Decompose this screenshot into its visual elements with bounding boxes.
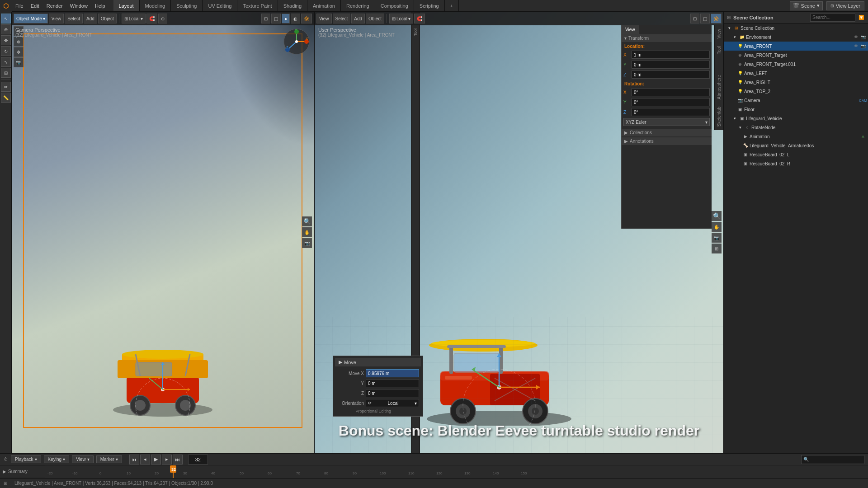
xray-btn[interactable]: ◫: [271, 14, 281, 23]
vp-r-select-btn[interactable]: Select: [333, 14, 351, 23]
rotation-y-input[interactable]: 0°: [632, 98, 710, 106]
workspace-rendering[interactable]: Rendering: [341, 0, 375, 11]
viewport-left[interactable]: Object Mode ▾ View Select Add Object ⊞ L…: [12, 12, 315, 453]
tool-annotate[interactable]: ✏: [1, 82, 11, 92]
viewport-overlay-btn[interactable]: ⊡: [261, 14, 270, 23]
outliner-rb02r[interactable]: ▣ RescueBoard_02_R: [724, 159, 868, 168]
env-render-icon[interactable]: 📷: [860, 34, 866, 40]
rendered-r-btn[interactable]: 🔆: [711, 14, 722, 23]
workspace-shading[interactable]: Shading: [278, 0, 307, 11]
move-y-input[interactable]: 0 m: [366, 379, 419, 387]
outliner-area-left[interactable]: 💡 Area_LEFT: [724, 69, 868, 78]
tool-scale[interactable]: ⤡: [1, 57, 11, 67]
menu-help[interactable]: Help: [91, 0, 109, 11]
workspace-compositing[interactable]: Compositing: [375, 0, 414, 11]
pan-r-icon[interactable]: ✋: [712, 222, 722, 232]
orientation-btn[interactable]: ⊞ Local ▾: [122, 14, 146, 23]
view-layer-btn[interactable]: ⊞ View Layer: [826, 1, 864, 10]
menu-file[interactable]: File: [12, 0, 27, 11]
outliner-rb02l[interactable]: ▣ RescueBoard_02_L: [724, 150, 868, 159]
vp-tool-move[interactable]: ✥: [14, 47, 24, 57]
orientation-dropdown[interactable]: ⟳ Local ▾: [366, 399, 419, 407]
workspace-layout[interactable]: Layout: [113, 0, 140, 11]
orientation-r-btn[interactable]: ⊞ Local ▾: [389, 14, 413, 23]
cam-type-icon[interactable]: CAM: [860, 97, 866, 103]
workspace-modeling[interactable]: Modeling: [140, 0, 171, 11]
vp-r-add-btn[interactable]: Add: [351, 14, 365, 23]
timeline-search[interactable]: [801, 455, 864, 464]
tool-transform[interactable]: ⊞: [1, 68, 11, 78]
timeline-icon[interactable]: ⏱: [4, 457, 8, 462]
outliner-rb03l[interactable]: ▣ RescueBoard_03_L: [724, 168, 868, 170]
timeline-view-btn[interactable]: View ▾: [72, 455, 94, 463]
outliner-area-right[interactable]: 💡 Area_RIGHT: [724, 78, 868, 87]
left-tool-tab[interactable]: Tool: [412, 26, 419, 39]
tool-rotate[interactable]: ↻: [1, 46, 11, 56]
outliner-aft001[interactable]: ⊕ Area_FRONT_Target.001: [724, 60, 868, 69]
outliner-floor[interactable]: ▣ Floor: [724, 105, 868, 114]
workspace-uv-editing[interactable]: UV Editing: [203, 0, 237, 11]
move-x-input[interactable]: 0.95976 m: [366, 369, 419, 377]
scene-selector[interactable]: 🎬 Scene ▾: [790, 1, 823, 10]
menu-window[interactable]: Window: [66, 0, 91, 11]
snap-btn[interactable]: 🧲: [146, 14, 157, 23]
tool-cursor[interactable]: ⊕: [1, 24, 11, 34]
keying-btn[interactable]: Keying ▾: [44, 455, 70, 463]
view-side-tab[interactable]: View: [715, 25, 723, 42]
vp-select-btn[interactable]: Select: [65, 14, 83, 23]
rotation-z-input[interactable]: 0°: [632, 108, 710, 116]
tool-measure[interactable]: 📏: [1, 93, 11, 103]
vp-tool-cursor[interactable]: ⊕: [14, 37, 24, 47]
tool-move[interactable]: ✥: [1, 35, 11, 45]
next-frame-btn[interactable]: ▸: [162, 455, 172, 465]
solid-shading-btn[interactable]: ●: [282, 14, 290, 23]
workspace-sculpting[interactable]: Sculpting: [171, 0, 203, 11]
workspace-add[interactable]: +: [445, 0, 459, 11]
outliner-animation[interactable]: ▶ Animation A: [724, 132, 868, 141]
transform-section-header[interactable]: ▾Transform: [622, 34, 712, 42]
outliner-aft[interactable]: ⊕ Area_FRONT_Target: [724, 51, 868, 60]
af-render-icon[interactable]: 📷: [860, 43, 866, 49]
vp-r-object-btn[interactable]: Object: [366, 14, 384, 23]
jump-end-btn[interactable]: ⏭: [173, 455, 183, 465]
camera-r-icon[interactable]: 📷: [712, 233, 722, 243]
workspace-texture-paint[interactable]: Texture Paint: [237, 0, 278, 11]
vp-r-view-btn[interactable]: View: [316, 14, 332, 23]
workspace-scripting[interactable]: Scripting: [414, 0, 445, 11]
viewport-left-gizmo[interactable]: X Y Z: [283, 28, 310, 55]
blender-logo[interactable]: ⬡: [0, 0, 12, 12]
playback-btn[interactable]: Playback ▾: [11, 455, 41, 463]
outliner-scene-collection[interactable]: ▾ ⊞ Scene Collection: [724, 23, 868, 33]
frame-number-input[interactable]: 32: [188, 455, 208, 465]
collections-section-header[interactable]: ▶Collections: [622, 129, 712, 136]
menu-render[interactable]: Render: [43, 0, 66, 11]
object-mode-btn[interactable]: Object Mode ▾: [14, 14, 48, 23]
rotation-x-input[interactable]: 0°: [632, 88, 710, 96]
outliner-lifeguard-vehicle[interactable]: ▾ ▣ Lifeguard_Vehicle: [724, 114, 868, 123]
n-panel-view-tab[interactable]: View: [622, 25, 639, 34]
camera-icon[interactable]: 📷: [302, 238, 312, 248]
vp-tool-camera[interactable]: 📷: [14, 57, 24, 67]
overlay-r-btn[interactable]: ⊡: [690, 14, 699, 23]
zoom-r-icon[interactable]: 🔍: [712, 211, 722, 221]
outliner-rotate-node[interactable]: ▾ ○ RotateNode: [724, 123, 868, 132]
workspace-animation[interactable]: Animation: [307, 0, 341, 11]
summary-row[interactable]: ▶ Summary: [0, 465, 45, 478]
tool-select[interactable]: ↖: [1, 14, 11, 23]
material-shading-btn[interactable]: ◐: [291, 14, 300, 23]
grid-r-icon[interactable]: ⊞: [712, 244, 722, 253]
af-vis-icon[interactable]: 👁: [853, 43, 859, 49]
status-icon[interactable]: ⊞: [4, 481, 7, 486]
location-z-input[interactable]: 0 m: [632, 70, 710, 79]
timeline-ruler[interactable]: -20 -10 0 10 20 30 40 50 60 70 80 90 100…: [45, 465, 868, 478]
viewport-right[interactable]: View Select Add Object ⊞ Local ▾ 🧲 ⊡ ◫ 🔆…: [315, 12, 723, 453]
snap-r-btn[interactable]: 🧲: [414, 14, 425, 23]
outliner-search[interactable]: [810, 14, 855, 22]
vp-add-btn[interactable]: Add: [84, 14, 97, 23]
sketchfab-side-tab[interactable]: Sketchfab: [715, 103, 723, 130]
tool-side-tab[interactable]: Tool: [715, 42, 723, 58]
outliner-environment[interactable]: ▾ 📁 Environment 👁 📷: [724, 33, 868, 42]
rotation-mode-dropdown[interactable]: XYZ Euler▾: [623, 118, 710, 126]
menu-edit[interactable]: Edit: [27, 0, 43, 11]
anim-vis-icon[interactable]: A: [860, 133, 866, 140]
